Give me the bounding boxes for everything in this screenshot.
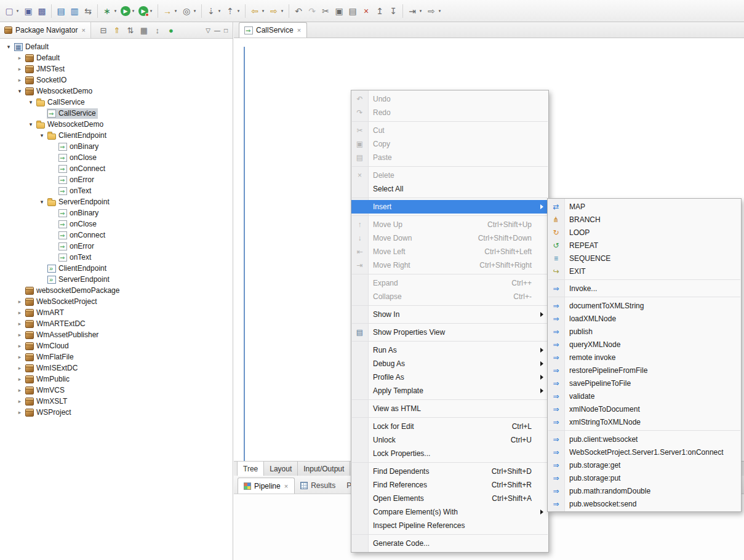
menu-item-publish[interactable]: ⇒publish [548, 325, 741, 338]
dropdown-caret-icon[interactable]: ▾ [217, 9, 222, 14]
alpha-sort-icon[interactable]: ↕ [151, 24, 164, 36]
toolbar-forward-history-icon[interactable]: ⇨▾ [267, 3, 286, 19]
minimize-icon[interactable]: — [214, 27, 220, 34]
tree-item-onconnect[interactable]: onConnect [0, 230, 233, 241]
tree-item-onerror[interactable]: onError [0, 241, 233, 252]
tree-item-onerror[interactable]: onError [0, 174, 233, 185]
expander-icon[interactable]: ▸ [15, 376, 25, 382]
toolbar-redo-icon[interactable]: ↷ [305, 3, 319, 19]
tree-item-onbinary[interactable]: onBinary [0, 207, 233, 218]
toolbar-save-all-icon[interactable]: ▩ [35, 3, 49, 19]
tree-item-websocketdemo[interactable]: ▾WebsocketDemo [0, 86, 233, 97]
menu-item-show-properties-view[interactable]: ▤Show Properties View [351, 326, 548, 339]
toolbar-search-icon[interactable]: ◎▾ [180, 3, 199, 19]
menu-item-savepipelinetofile[interactable]: ⇒savePipelineToFile [548, 377, 741, 390]
tree-item-default[interactable]: ▾Default [0, 41, 233, 52]
maximize-icon[interactable]: □ [224, 27, 228, 34]
tree-item-jmstest[interactable]: ▸JMSTest [0, 63, 233, 74]
toolbar-copy-icon[interactable]: ▣ [332, 3, 346, 19]
tree-item-clientendpoint[interactable]: ClientEndpoint [0, 263, 233, 274]
toolbar-open-element-icon[interactable]: →▾ [161, 3, 180, 19]
toolbar-new-wizard-icon[interactable]: ▢▾ [2, 3, 22, 19]
tree-item-wmvcs[interactable]: ▸WmVCS [0, 385, 233, 396]
toolbar-demote-icon[interactable]: ↧ [386, 3, 400, 19]
toolbar-compare-icon[interactable]: ⇆ [81, 3, 95, 19]
menu-item-queryxmlnode[interactable]: ⇒queryXMLNode [548, 338, 741, 351]
tab-pipeline[interactable]: Pipeline× [238, 478, 295, 494]
dropdown-caret-icon[interactable]: ▾ [173, 9, 178, 14]
menu-item-generate-code[interactable]: Generate Code... [351, 537, 548, 550]
menu-item-profile-as[interactable]: Profile As [351, 370, 548, 384]
dropdown-caret-icon[interactable]: ▾ [437, 9, 442, 14]
menu-item-invoke[interactable]: ⇒Invoke... [548, 282, 741, 295]
tree-item-ontext[interactable]: onText [0, 252, 233, 263]
expander-icon[interactable]: ▸ [15, 298, 25, 305]
close-icon[interactable]: × [297, 26, 302, 34]
menu-item-lock-properties[interactable]: Lock Properties... [351, 447, 548, 460]
dropdown-caret-icon[interactable]: ▾ [418, 9, 423, 14]
menu-item-compare-element-s-with[interactable]: Compare Element(s) With [351, 505, 548, 519]
tree-item-onconnect[interactable]: onConnect [0, 163, 233, 174]
run-service-icon[interactable]: ● [165, 24, 177, 36]
dropdown-caret-icon[interactable]: ▾ [260, 9, 266, 14]
close-icon[interactable]: × [284, 482, 289, 490]
menu-item-run-as[interactable]: Run As [351, 343, 548, 357]
tree-item-serverendpoint[interactable]: ServerEndpoint [0, 274, 233, 285]
expander-icon[interactable]: ▸ [15, 321, 25, 327]
tree-item-wmisextdc[interactable]: ▸WmISExtDC [0, 362, 233, 374]
menu-item-pub-storage-get[interactable]: ⇒pub.storage:get [548, 458, 741, 471]
tree-item-wmpublic[interactable]: ▸WmPublic [0, 374, 233, 385]
expander-icon[interactable]: ▸ [15, 398, 25, 404]
tree-item-callservice[interactable]: CallService [0, 108, 233, 119]
menu-item-documenttoxmlstring[interactable]: ⇒documentToXMLString [548, 299, 741, 312]
menu-item-lock-for-edit[interactable]: Lock for EditCtrl+L [351, 420, 548, 433]
tree-item-wmartextdc[interactable]: ▸WmARTExtDC [0, 318, 233, 329]
expander-icon[interactable]: ▸ [15, 409, 25, 415]
menu-item-open-elements[interactable]: Open ElementsCtrl+Shift+A [351, 492, 548, 505]
dropdown-caret-icon[interactable]: ▾ [236, 9, 241, 14]
tree-item-default[interactable]: ▸Default [0, 52, 233, 63]
toolbar-save-icon[interactable]: ▣ [22, 3, 35, 19]
expand-up-icon[interactable]: ⇑ [111, 24, 123, 36]
tree-item-wmart[interactable]: ▸WmART [0, 307, 233, 318]
menu-item-repeat[interactable]: ↺REPEAT [548, 239, 741, 252]
menu-item-inspect-pipeline-references[interactable]: Inspect Pipeline References [351, 519, 548, 532]
tab-input-output[interactable]: Input/Output [298, 462, 350, 476]
toolbar-next-annotation-icon[interactable]: ⇣▾ [204, 3, 223, 19]
expander-icon[interactable]: ▸ [15, 365, 25, 371]
expander-icon[interactable]: ▾ [37, 132, 47, 138]
expander-icon[interactable]: ▾ [4, 44, 14, 50]
menu-item-pub-storage-put[interactable]: ⇒pub.storage:put [548, 471, 741, 484]
view-menu-icon[interactable]: ▽ [206, 27, 210, 34]
tree-item-onclose[interactable]: onClose [0, 152, 233, 163]
menu-item-select-all[interactable]: Select All [351, 182, 548, 196]
toolbar-paste-icon[interactable]: ▤ [346, 3, 359, 19]
dropdown-caret-icon[interactable]: ▾ [130, 9, 136, 14]
tree-item-websocketproject[interactable]: ▸WebSocketProject [0, 296, 233, 307]
expander-icon[interactable]: ▾ [15, 88, 25, 94]
tree-item-wmflatfile[interactable]: ▸WmFlatFile [0, 351, 233, 362]
tree-item-serverendpoint[interactable]: ▾ServerEndpoint [0, 196, 233, 207]
close-icon[interactable]: × [81, 26, 86, 34]
expander-icon[interactable]: ▸ [15, 55, 25, 61]
tab-results[interactable]: Results [295, 478, 341, 494]
menu-item-exit[interactable]: ↪EXIT [548, 265, 741, 278]
menu-item-insert[interactable]: Insert [351, 200, 548, 214]
menu-item-pub-math-randomdouble[interactable]: ⇒pub.math:randomDouble [548, 484, 741, 497]
tree-item-ontext[interactable]: onText [0, 185, 233, 196]
toolbar-cut-icon[interactable]: ✂ [319, 3, 332, 19]
tree-item-onclose[interactable]: onClose [0, 218, 233, 230]
tree-item-wsproject[interactable]: ▸WSProject [0, 407, 233, 418]
menu-item-unlock[interactable]: UnlockCtrl+U [351, 433, 548, 447]
tab-tree[interactable]: Tree [237, 462, 264, 476]
toolbar-new-flow-service-icon[interactable]: ∗▾ [100, 3, 119, 19]
sort-icon[interactable]: ⇅ [124, 24, 137, 36]
expander-icon[interactable]: ▸ [15, 387, 25, 393]
toolbar-undo-icon[interactable]: ↶ [292, 3, 305, 19]
menu-item-map[interactable]: ⇄MAP [548, 200, 741, 213]
tree-item-websocketdemo[interactable]: ▾WebsocketDemo [0, 119, 233, 130]
tree-item-websocketdemopackage[interactable]: websocketDemoPackage [0, 285, 233, 296]
menu-item-view-as-html[interactable]: View as HTML [351, 402, 548, 415]
expander-icon[interactable]: ▸ [15, 310, 25, 316]
menu-item-xmlnodetodocument[interactable]: ⇒xmlNodeToDocument [548, 402, 741, 415]
